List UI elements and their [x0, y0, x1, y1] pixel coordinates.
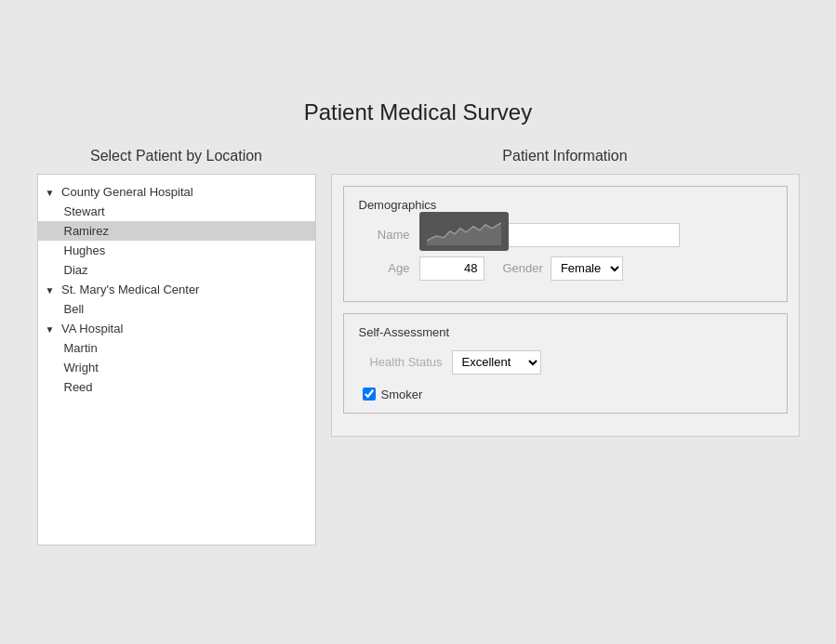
left-panel-title: Select Patient by Location [37, 148, 316, 164]
age-gender-row: Age [359, 256, 772, 281]
patient-label: Stewart [64, 204, 105, 218]
smoker-label[interactable]: Smoker [381, 388, 423, 401]
tree-item-county-general[interactable]: ▼ County General Hospital [38, 182, 315, 202]
health-status-row: Health Status Poor Fair Good Very Good E… [359, 350, 772, 375]
tree-item-st-marys[interactable]: ▼ St. Mary's Medical Center [38, 280, 315, 299]
tree-container: ▼ County General Hospital Stewart Ramire… [37, 174, 316, 545]
self-assessment-label: Self-Assessment [359, 325, 772, 339]
page-title: Patient Medical Survey [37, 99, 800, 125]
tree-item-diaz[interactable]: Diaz [38, 260, 315, 280]
info-container: Demographics Name Age [331, 174, 800, 437]
name-label: Name [359, 228, 410, 242]
tree-item-bell[interactable]: Bell [38, 299, 315, 319]
tree-item-martin[interactable]: Martin [38, 338, 315, 358]
tree-item-stewart[interactable]: Stewart [38, 202, 315, 221]
patient-label: Bell [64, 302, 85, 316]
tree-item-hughes[interactable]: Hughes [38, 241, 315, 260]
patient-label: Martin [64, 341, 98, 355]
group-label: County General Hospital [61, 185, 193, 199]
age-label: Age [359, 261, 410, 275]
gender-select[interactable]: Male Female Other [551, 256, 623, 281]
expand-icon: ▼ [46, 188, 55, 198]
health-status-select[interactable]: Poor Fair Good Very Good Excellent [452, 350, 541, 375]
age-input[interactable] [419, 256, 484, 281]
age-tooltip-wrapper [419, 256, 484, 281]
patient-label: Wright [64, 361, 99, 375]
group-label: St. Mary's Medical Center [61, 283, 199, 296]
right-panel-title: Patient Information [331, 148, 800, 164]
demographics-section: Demographics Name Age [343, 186, 788, 302]
patient-label: Reed [64, 380, 93, 394]
smoker-row: Smoker [359, 388, 772, 401]
expand-icon: ▼ [46, 324, 55, 335]
right-panel: Patient Information Demographics Name Ag… [331, 148, 800, 437]
tree-item-wright[interactable]: Wright [38, 358, 315, 377]
main-layout: Select Patient by Location ▼ County Gene… [37, 148, 800, 545]
expand-icon: ▼ [46, 285, 55, 296]
patient-label: Hughes [64, 243, 106, 257]
tree-item-ramirez[interactable]: Ramirez [38, 221, 315, 241]
self-assessment-section: Self-Assessment Health Status Poor Fair … [343, 313, 788, 414]
page-container: Patient Medical Survey Select Patient by… [19, 81, 818, 564]
mini-chart [427, 217, 501, 245]
group-label: VA Hospital [61, 322, 123, 335]
health-status-label: Health Status [359, 355, 443, 369]
gender-label: Gender [503, 261, 543, 275]
age-tooltip [419, 212, 509, 251]
demographics-label: Demographics [359, 198, 772, 212]
tree-item-va-hospital[interactable]: ▼ VA Hospital [38, 319, 315, 338]
tree-item-reed[interactable]: Reed [38, 377, 315, 397]
left-panel: Select Patient by Location ▼ County Gene… [37, 148, 316, 545]
smoker-checkbox[interactable] [363, 388, 376, 401]
patient-label: Ramirez [64, 224, 109, 238]
patient-label: Diaz [64, 263, 88, 277]
